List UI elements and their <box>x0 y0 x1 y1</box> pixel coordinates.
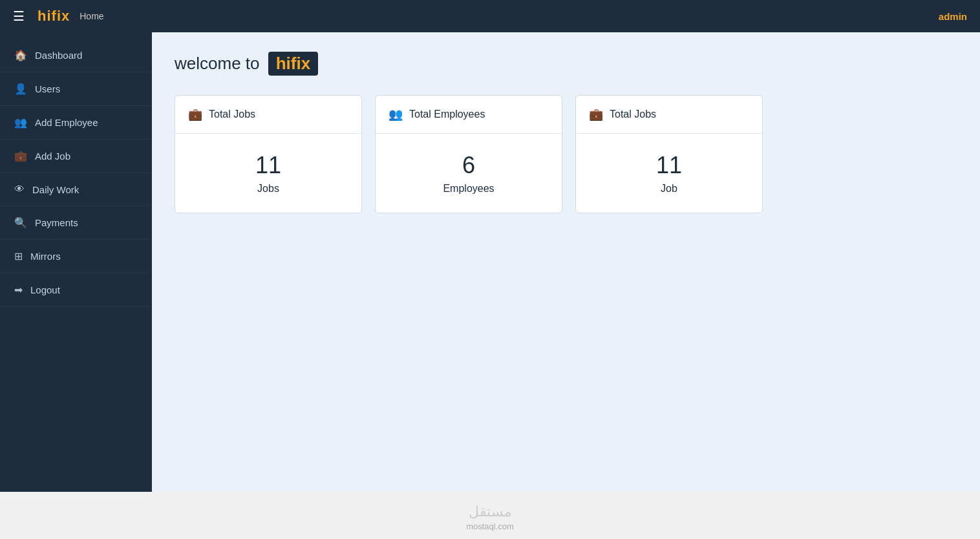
sidebar-item-mirrors[interactable]: ⊞ Mirrors <box>0 240 152 273</box>
dashboard-icon: 🏠 <box>14 49 27 61</box>
card-body-total-jobs-1: 11 Jobs <box>175 134 361 213</box>
layout: 🏠 Dashboard 👤 Users 👥 Add Employee 💼 Add… <box>0 32 980 492</box>
card-body-total-employees: 6 Employees <box>376 134 562 213</box>
sidebar: 🏠 Dashboard 👤 Users 👥 Add Employee 💼 Add… <box>0 32 152 492</box>
sidebar-item-label: Users <box>35 83 60 94</box>
card-header-total-employees: 👥 Total Employees <box>376 96 562 134</box>
briefcase-icon: 💼 <box>188 107 202 122</box>
sidebar-item-add-employee[interactable]: 👥 Add Employee <box>0 106 152 140</box>
logout-icon: ➡ <box>14 284 23 296</box>
stat-card-total-jobs-2: 💼 Total Jobs 11 Job <box>575 95 763 213</box>
sidebar-item-users[interactable]: 👤 Users <box>0 72 152 106</box>
sidebar-item-label: Daily Work <box>32 184 79 195</box>
payments-icon: 🔍 <box>14 217 27 229</box>
cards-row: 💼 Total Jobs 11 Jobs 👥 Total Employees 6… <box>175 95 957 213</box>
sidebar-item-label: Add Job <box>35 151 70 162</box>
admin-label: admin <box>939 11 967 22</box>
stat-number-jobs-2: 11 <box>589 152 749 179</box>
card-header-total-jobs-1: 💼 Total Jobs <box>175 96 361 134</box>
sidebar-item-add-job[interactable]: 💼 Add Job <box>0 140 152 173</box>
footer-url: mostaql.com <box>0 522 980 531</box>
home-link[interactable]: Home <box>80 11 103 21</box>
users-icon: 👤 <box>14 83 27 95</box>
card-title-total-employees: Total Employees <box>409 109 485 120</box>
card-title-total-jobs-2: Total Jobs <box>610 109 656 120</box>
brand-logo: hifix <box>37 8 70 25</box>
welcome-text: welcome to <box>175 54 260 73</box>
stat-label-jobs-2: Job <box>589 183 749 195</box>
sidebar-item-label: Logout <box>30 284 60 295</box>
sidebar-item-logout[interactable]: ➡ Logout <box>0 273 152 307</box>
stat-number-employees: 6 <box>389 152 549 179</box>
sidebar-item-label: Add Employee <box>35 117 98 128</box>
stat-card-total-employees: 👥 Total Employees 6 Employees <box>375 95 562 213</box>
stat-label-employees: Employees <box>389 183 549 195</box>
sidebar-item-dashboard[interactable]: 🏠 Dashboard <box>0 39 152 72</box>
mirrors-icon: ⊞ <box>14 250 23 262</box>
footer: مستقل mostaql.com <box>0 492 980 539</box>
hifix-badge: hifix <box>268 52 318 76</box>
hamburger-icon[interactable]: ☰ <box>13 8 25 24</box>
add-employee-icon: 👥 <box>14 116 27 129</box>
main-content: welcome to hifix 💼 Total Jobs 11 Jobs 👥 <box>152 32 980 492</box>
stat-card-total-jobs-1: 💼 Total Jobs 11 Jobs <box>175 95 362 213</box>
sidebar-item-label: Dashboard <box>35 50 82 61</box>
footer-arabic-text: مستقل <box>0 503 980 520</box>
briefcase-icon-2: 💼 <box>589 107 603 122</box>
sidebar-item-daily-work[interactable]: 👁 Daily Work <box>0 173 152 206</box>
card-title-total-jobs-1: Total Jobs <box>209 109 255 120</box>
daily-work-icon: 👁 <box>14 184 25 195</box>
sidebar-item-payments[interactable]: 🔍 Payments <box>0 206 152 240</box>
sidebar-item-label: Mirrors <box>30 251 61 262</box>
employees-icon: 👥 <box>389 107 403 122</box>
sidebar-item-label: Payments <box>35 217 78 228</box>
welcome-heading: welcome to hifix <box>175 52 957 76</box>
card-body-total-jobs-2: 11 Job <box>576 134 762 213</box>
card-header-total-jobs-2: 💼 Total Jobs <box>576 96 762 134</box>
navbar: ☰ hifix Home admin <box>0 0 980 32</box>
stat-number-jobs-1: 11 <box>188 152 348 179</box>
stat-label-jobs-1: Jobs <box>188 183 348 195</box>
add-job-icon: 💼 <box>14 150 27 162</box>
